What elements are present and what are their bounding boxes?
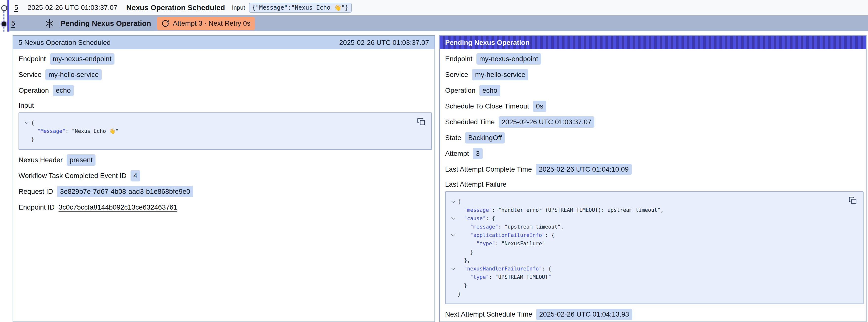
- copy-icon: [417, 117, 425, 126]
- last-attempt-complete-time-value-badge: 2025-02-26 UTC 01:04:10.09: [536, 164, 632, 175]
- json-gutter: [449, 239, 458, 248]
- field-label-input: Input: [19, 102, 34, 109]
- workflow-task-completed-event-id-value-badge: 4: [130, 170, 141, 182]
- json-code: "applicationFailureInfo": {: [458, 231, 554, 239]
- json-code: "type": "NexusFailure": [458, 239, 545, 248]
- input-copy-button[interactable]: [417, 117, 427, 127]
- json-line: "cause": {: [449, 214, 847, 223]
- timeline-tick: [7, 8, 8, 8]
- pending-panel-title: Pending Nexus Operation: [445, 39, 529, 46]
- operation-value-badge: echo: [479, 85, 500, 96]
- field-label-state: State: [445, 134, 461, 142]
- timeline-current-dot: [1, 22, 6, 26]
- json-code: "message": "upstream timeout",: [458, 223, 564, 231]
- field-row-last-attempt-failure: Last Attempt Failure: [445, 180, 864, 189]
- json-code: {: [31, 119, 34, 127]
- json-gutter: [449, 273, 458, 281]
- pending-operation-detail-panel: Pending Nexus Operation Endpointmy-nexus…: [439, 35, 867, 322]
- json-gutter: [22, 135, 31, 144]
- service-value-badge: my-hello-service: [45, 69, 102, 80]
- field-row-schedule-to-close-timeout: Schedule To Close Timeout0s: [445, 101, 864, 112]
- last-attempt-failure-json-viewer: { "message": "handler error (UPSTREAM_TI…: [445, 191, 864, 304]
- json-line: "applicationFailureInfo": {: [449, 231, 847, 239]
- pending-panel-header: Pending Nexus Operation: [440, 36, 866, 49]
- collapse-chevron-icon[interactable]: [449, 197, 458, 206]
- json-line: "type": "UPSTREAM_TIMEOUT": [449, 273, 847, 281]
- field-row-service: Servicemy-hello-service: [19, 69, 432, 80]
- json-code: "message": "handler error (UPSTREAM_TIME…: [458, 206, 663, 214]
- field-label-next-attempt-schedule-time: Next Attempt Schedule Time: [445, 311, 532, 318]
- collapse-chevron-icon[interactable]: [449, 264, 458, 273]
- json-code: "nexusHandlerFailureInfo": {: [458, 264, 551, 273]
- scheduled-time-value-badge: 2025-02-26 UTC 01:03:37.07: [499, 117, 594, 128]
- collapse-chevron-icon[interactable]: [22, 119, 31, 127]
- pending-event-id-link[interactable]: 5: [11, 20, 15, 27]
- collapse-chevron-icon[interactable]: [449, 214, 458, 223]
- attempt-retry-text: Attempt 3 · Next Retry 0s: [173, 20, 250, 27]
- json-line: "message": "handler error (UPSTREAM_TIME…: [449, 206, 847, 214]
- endpoint-id-link[interactable]: 3c0c75ccfa8144b092c13ce632463761: [59, 203, 177, 211]
- event-detail-panels: 5 Nexus Operation Scheduled 2025-02-26 U…: [12, 35, 868, 322]
- json-code: }: [31, 135, 34, 144]
- field-label-last-attempt-complete-time: Last Attempt Complete Time: [445, 165, 532, 173]
- json-line: }: [449, 281, 847, 290]
- workflow-event-history-view: 5 2025-02-26 UTC 01:03:37.07 Nexus Opera…: [0, 0, 868, 322]
- json-gutter: [449, 281, 458, 290]
- pending-panel-body: Endpointmy-nexus-endpointServicemy-hello…: [440, 49, 866, 320]
- request-id-value-badge: 3e829b7e-7d67-4b08-aad3-b1e868bfe9e0: [57, 186, 193, 197]
- operation-value-badge: echo: [53, 85, 74, 96]
- input-json-viewer: { "Message": "Nexus Echo 👋"}: [19, 112, 432, 150]
- json-gutter: [449, 206, 458, 214]
- field-label-schedule-to-close-timeout: Schedule To Close Timeout: [445, 102, 529, 110]
- scheduled-panel-title: 5 Nexus Operation Scheduled: [19, 39, 111, 46]
- field-label-endpoint-id: Endpoint ID: [19, 203, 55, 211]
- json-code: {: [458, 197, 461, 206]
- field-row-next-attempt-schedule-time: Next Attempt Schedule Time2025-02-26 UTC…: [445, 309, 864, 320]
- field-label-scheduled-time: Scheduled Time: [445, 118, 495, 126]
- field-label-operation: Operation: [445, 87, 475, 94]
- scheduled-panel-timestamp: 2025-02-26 UTC 01:03:37.07: [339, 39, 429, 46]
- json-code: }: [458, 248, 473, 256]
- json-gutter: [449, 223, 458, 231]
- retry-icon: [161, 20, 169, 27]
- json-gutter: [449, 290, 458, 298]
- json-code: }: [458, 290, 461, 298]
- collapse-chevron-icon[interactable]: [449, 231, 458, 239]
- event-row-nexus-operation-scheduled[interactable]: 5 2025-02-26 UTC 01:03:37.07 Nexus Opera…: [9, 0, 868, 15]
- field-row-scheduled-time: Scheduled Time2025-02-26 UTC 01:03:37.07: [445, 117, 864, 128]
- field-row-service: Servicemy-hello-service: [445, 69, 864, 80]
- pending-operation-icon: [45, 19, 54, 28]
- scheduled-panel-body: Endpointmy-nexus-endpointServicemy-hello…: [13, 49, 434, 213]
- field-row-operation: Operationecho: [445, 85, 864, 96]
- field-row-endpoint: Endpointmy-nexus-endpoint: [19, 53, 432, 65]
- field-label-service: Service: [445, 71, 468, 79]
- json-gutter: [449, 248, 458, 256]
- json-gutter: [449, 256, 458, 264]
- pending-nexus-operation-row[interactable]: 5 Pending Nexus Operation Attempt 3 · Ne…: [9, 15, 868, 31]
- field-row-operation: Operationecho: [19, 85, 432, 96]
- copy-icon: [848, 196, 857, 205]
- event-input-label: Input: [232, 4, 245, 11]
- field-row-workflow-task-completed-event-id: Workflow Task Completed Event ID4: [19, 170, 432, 182]
- json-line: "Message": "Nexus Echo 👋": [22, 127, 415, 135]
- nexus-header-value-badge: present: [67, 154, 95, 166]
- json-line: }: [449, 290, 847, 298]
- schedule-to-close-timeout-value-badge: 0s: [533, 101, 546, 112]
- field-label-workflow-task-completed-event-id: Workflow Task Completed Event ID: [19, 172, 127, 180]
- last-attempt-failure-copy-button[interactable]: [848, 195, 858, 205]
- field-row-request-id: Request ID3e829b7e-7d67-4b08-aad3-b1e868…: [19, 186, 432, 197]
- service-value-badge: my-hello-service: [472, 69, 528, 80]
- field-label-attempt: Attempt: [445, 150, 469, 158]
- field-row-attempt: Attempt3: [445, 148, 864, 159]
- field-label-last-attempt-failure: Last Attempt Failure: [445, 181, 506, 188]
- attempt-value-badge: 3: [473, 148, 483, 159]
- field-row-nexus-header: Nexus Headerpresent: [19, 154, 432, 166]
- field-label-request-id: Request ID: [19, 188, 53, 195]
- json-code: },: [458, 256, 470, 264]
- attempt-retry-badge: Attempt 3 · Next Retry 0s: [157, 17, 255, 30]
- json-line: },: [449, 256, 847, 264]
- event-timestamp: 2025-02-26 UTC 01:03:37.07: [28, 4, 118, 11]
- event-title: Nexus Operation Scheduled: [126, 3, 225, 12]
- event-id-link[interactable]: 5: [14, 4, 18, 11]
- endpoint-value-badge: my-nexus-endpoint: [476, 53, 541, 65]
